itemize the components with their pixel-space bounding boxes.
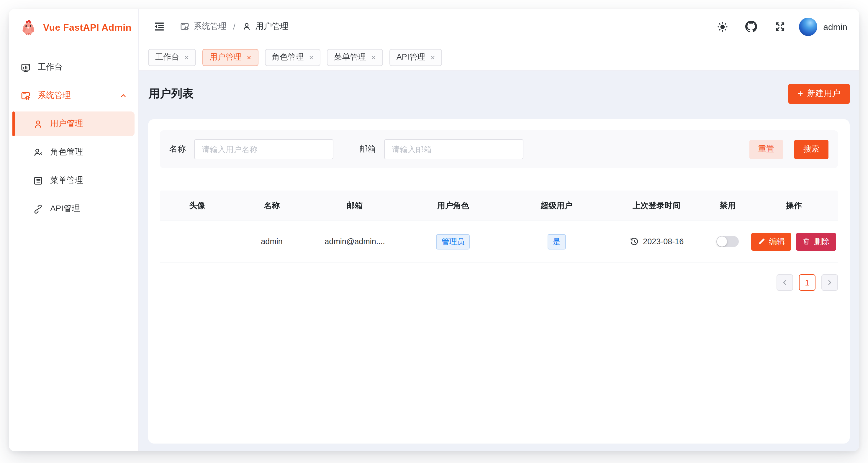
last-login-cell: 2023-08-16 bbox=[608, 237, 706, 246]
tab-workbench[interactable]: 工作台 × bbox=[148, 49, 196, 66]
breadcrumb-item-user[interactable]: 用户管理 bbox=[242, 21, 288, 32]
avatar[interactable] bbox=[799, 18, 817, 36]
toggle-knob bbox=[717, 236, 727, 246]
sidebar-item-label: 系统管理 bbox=[38, 90, 71, 101]
tabbar: 工作台 × 用户管理 × 角色管理 × 菜单管理 × API管理 × bbox=[139, 44, 859, 71]
prev-page-button[interactable] bbox=[777, 274, 793, 291]
menu-list-icon bbox=[33, 175, 43, 186]
viewport: Vue FastAPI Admin 工作台 bbox=[0, 0, 868, 463]
monitor-icon bbox=[21, 62, 31, 72]
user-icon bbox=[242, 22, 251, 31]
role-tag: 管理员 bbox=[436, 234, 470, 249]
delete-button[interactable]: 删除 bbox=[796, 233, 836, 251]
content: 用户列表 + 新建用户 名称 邮箱 重置 搜索 bbox=[139, 71, 859, 451]
collapse-sidebar-icon[interactable] bbox=[152, 19, 167, 34]
col-actions: 操作 bbox=[750, 200, 838, 211]
sidebar-item-workbench[interactable]: 工作台 bbox=[12, 55, 134, 79]
app-title: Vue FastAPI Admin bbox=[43, 23, 132, 33]
sidebar-menu: 工作台 系统管理 bbox=[9, 46, 138, 225]
username: admin bbox=[823, 22, 847, 32]
close-icon[interactable]: × bbox=[430, 54, 435, 61]
email-filter-group: 邮箱 bbox=[359, 139, 523, 159]
chick-logo-icon bbox=[20, 19, 37, 37]
col-name: 名称 bbox=[235, 200, 309, 211]
tab-user-management[interactable]: 用户管理 × bbox=[203, 49, 258, 66]
col-role: 用户角色 bbox=[401, 200, 506, 211]
theme-sun-icon[interactable] bbox=[715, 19, 730, 34]
sidebar-item-api-management[interactable]: API管理 bbox=[12, 196, 134, 221]
edit-button[interactable]: 编辑 bbox=[751, 233, 791, 251]
topbar: 系统管理 / 用户管理 bbox=[139, 9, 859, 44]
name-cell: admin bbox=[235, 237, 309, 246]
disabled-cell bbox=[706, 236, 750, 247]
close-icon[interactable]: × bbox=[371, 54, 376, 61]
user-table: 头像 名称 邮箱 用户角色 超级用户 上次登录时间 禁用 操作 admin ad… bbox=[160, 191, 838, 262]
pencil-icon bbox=[758, 238, 765, 245]
sidebar-item-system[interactable]: 系统管理 bbox=[12, 83, 134, 108]
tab-role-management[interactable]: 角色管理 × bbox=[265, 49, 320, 66]
close-icon[interactable]: × bbox=[247, 54, 251, 61]
app-window: Vue FastAPI Admin 工作台 bbox=[9, 9, 859, 451]
breadcrumb-separator: / bbox=[233, 22, 236, 31]
search-button[interactable]: 搜索 bbox=[794, 139, 829, 159]
app-logo[interactable]: Vue FastAPI Admin bbox=[9, 9, 138, 46]
clock-history-icon bbox=[629, 237, 639, 246]
sidebar-item-user-management[interactable]: 用户管理 bbox=[12, 111, 134, 136]
email-filter-input[interactable] bbox=[384, 139, 523, 159]
col-superuser: 超级用户 bbox=[506, 200, 608, 211]
col-last-login: 上次登录时间 bbox=[608, 200, 706, 211]
name-filter-label: 名称 bbox=[169, 144, 186, 155]
chevron-up-icon bbox=[119, 91, 127, 100]
breadcrumb-item-system[interactable]: 系统管理 bbox=[180, 21, 226, 32]
github-icon[interactable] bbox=[743, 19, 759, 34]
trash-icon bbox=[803, 238, 810, 245]
role-cell: 管理员 bbox=[401, 234, 506, 249]
sidebar-item-menu-management[interactable]: 菜单管理 bbox=[12, 168, 134, 193]
name-filter-input[interactable] bbox=[194, 139, 333, 159]
pagination: 1 bbox=[160, 274, 838, 291]
page-header: 用户列表 + 新建用户 bbox=[139, 71, 859, 119]
tab-label: API管理 bbox=[397, 52, 426, 63]
last-login-date: 2023-08-16 bbox=[643, 237, 684, 246]
col-disabled: 禁用 bbox=[706, 200, 750, 211]
sidebar-item-label: 用户管理 bbox=[50, 119, 83, 129]
page-number-1[interactable]: 1 bbox=[799, 274, 815, 291]
role-person-icon bbox=[33, 147, 43, 157]
main-area: 系统管理 / 用户管理 bbox=[139, 9, 859, 451]
user-menu[interactable]: admin bbox=[799, 18, 847, 36]
next-page-button[interactable] bbox=[822, 274, 838, 291]
col-avatar: 头像 bbox=[160, 200, 235, 211]
system-window-gear-icon bbox=[21, 91, 31, 101]
reset-button[interactable]: 重置 bbox=[749, 139, 783, 159]
actions-cell: 编辑 删除 bbox=[750, 233, 838, 251]
breadcrumb: 系统管理 / 用户管理 bbox=[180, 21, 288, 32]
tab-label: 角色管理 bbox=[272, 52, 304, 63]
table-header-row: 头像 名称 邮箱 用户角色 超级用户 上次登录时间 禁用 操作 bbox=[160, 191, 838, 221]
col-email: 邮箱 bbox=[309, 200, 401, 211]
page-title: 用户列表 bbox=[149, 86, 193, 101]
system-window-gear-icon bbox=[180, 22, 189, 31]
tab-menu-management[interactable]: 菜单管理 × bbox=[327, 49, 383, 66]
table-row: admin admin@admin.... 管理员 是 bbox=[160, 221, 838, 262]
sidebar-item-label: 菜单管理 bbox=[50, 175, 83, 186]
tab-api-management[interactable]: API管理 × bbox=[390, 49, 442, 66]
superuser-tag: 是 bbox=[547, 234, 566, 249]
sidebar-item-label: 角色管理 bbox=[50, 147, 83, 158]
sidebar-item-label: 工作台 bbox=[38, 62, 63, 72]
breadcrumb-label: 用户管理 bbox=[255, 21, 288, 32]
sidebar: Vue FastAPI Admin 工作台 bbox=[9, 9, 139, 451]
query-buttons: 重置 搜索 bbox=[749, 139, 829, 159]
close-icon[interactable]: × bbox=[184, 54, 189, 61]
sidebar-item-label: API管理 bbox=[50, 203, 80, 214]
plus-icon: + bbox=[798, 88, 803, 99]
tab-label: 工作台 bbox=[155, 52, 179, 63]
fullscreen-icon[interactable] bbox=[772, 19, 788, 34]
close-icon[interactable]: × bbox=[309, 54, 313, 61]
email-cell: admin@admin.... bbox=[309, 237, 401, 246]
disable-toggle[interactable] bbox=[716, 236, 739, 247]
sidebar-item-role-management[interactable]: 角色管理 bbox=[12, 140, 134, 165]
user-icon bbox=[33, 119, 43, 129]
query-bar: 名称 邮箱 重置 搜索 bbox=[160, 130, 838, 168]
create-user-button[interactable]: + 新建用户 bbox=[788, 84, 850, 104]
topbar-actions: admin bbox=[715, 18, 847, 36]
